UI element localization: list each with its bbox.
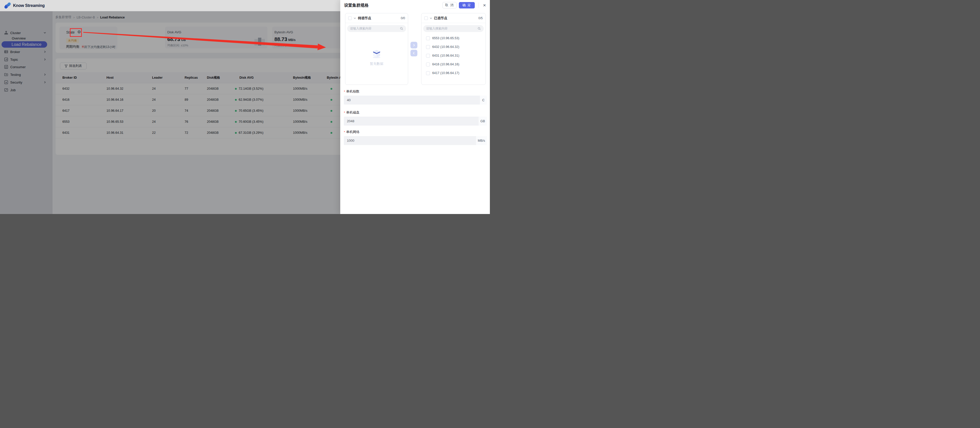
search-icon	[400, 27, 403, 30]
close-icon[interactable]: ✕	[481, 2, 488, 8]
node-label: 6417 (10.96.64.17)	[432, 71, 460, 75]
node-checkbox[interactable]	[426, 71, 430, 75]
header-dim-mask	[0, 0, 340, 11]
move-right-button[interactable]	[410, 42, 417, 48]
candidate-search-input[interactable]: 请输入搜索内容	[347, 25, 406, 32]
selected-nodes-title: 已选节点	[434, 16, 447, 21]
node-list-item[interactable]: 6417 (10.96.64.17)	[422, 69, 485, 77]
search-placeholder: 请输入搜索内容	[426, 26, 448, 31]
cancel-button[interactable]: 取 消	[442, 2, 457, 8]
input-suffix: GB	[479, 117, 487, 126]
chevron-down-icon[interactable]	[353, 17, 356, 19]
input-value: 1000	[344, 138, 354, 143]
field-label: * 单机磁盘	[344, 110, 487, 115]
node-label: 6432 (10.96.64.32)	[432, 45, 460, 49]
field-label: * 单机网络	[344, 130, 487, 134]
node-checkbox[interactable]	[426, 45, 430, 49]
network-input[interactable]: 1000 MB/s	[344, 136, 487, 145]
node-label: 6416 (10.96.64.16)	[432, 62, 460, 66]
field-label: * 单机核数	[344, 89, 487, 94]
disk-size-field-group: * 单机磁盘 2048 GB	[344, 110, 487, 126]
selected-nodes-header: 已选节点 0/5	[422, 13, 485, 23]
required-asterisk: *	[344, 111, 345, 115]
input-value: 2048	[344, 119, 354, 123]
node-list-item[interactable]: 6416 (10.96.64.16)	[422, 60, 485, 69]
empty-box-icon	[371, 49, 382, 59]
search-icon	[477, 27, 481, 30]
node-list-item[interactable]: 6432 (10.96.64.32)	[422, 43, 485, 51]
selected-nodes-panel: 已选节点 0/5 请输入搜索内容 6553 (10.96.65.53) 6432…	[421, 13, 486, 85]
candidate-nodes-header: 待选节点 0/0	[345, 13, 408, 23]
select-all-checkbox[interactable]	[348, 16, 352, 20]
node-list-item[interactable]: 6431 (10.96.64.31)	[422, 51, 485, 60]
node-label: 6553 (10.96.65.53)	[432, 37, 460, 40]
cpu-cores-input[interactable]: 40 C	[344, 95, 487, 105]
required-asterisk: *	[344, 130, 345, 134]
drawer-title: 设置集群规格	[344, 3, 369, 8]
move-left-button[interactable]	[410, 50, 417, 56]
empty-state-text: 暂无数据	[370, 62, 383, 66]
cpu-cores-field-group: * 单机核数 40 C	[344, 89, 487, 105]
confirm-button[interactable]: 确 定	[459, 2, 475, 8]
select-all-checkbox[interactable]	[424, 16, 428, 20]
node-label: 6431 (10.96.64.31)	[432, 54, 460, 57]
input-value: 40	[344, 98, 350, 102]
network-field-group: * 单机网络 1000 MB/s	[344, 130, 487, 145]
drawer-backdrop-mask[interactable]	[0, 11, 340, 214]
required-asterisk: *	[344, 90, 345, 94]
selected-nodes-count: 0/5	[478, 16, 483, 20]
input-suffix: C	[480, 95, 487, 105]
disk-size-input[interactable]: 2048 GB	[344, 117, 487, 126]
selected-nodes-list: 6553 (10.96.65.53) 6432 (10.96.64.32) 64…	[422, 32, 485, 77]
candidate-nodes-panel: 待选节点 0/0 请输入搜索内容 暂无数据	[345, 13, 408, 85]
node-checkbox[interactable]	[426, 37, 430, 40]
candidate-nodes-title: 待选节点	[358, 16, 371, 21]
input-suffix: MB/s	[476, 136, 487, 145]
node-checkbox[interactable]	[426, 54, 430, 58]
header-divider	[479, 3, 479, 8]
screen: Know Streaming Cluster Overview Load Reb…	[0, 0, 490, 214]
chevron-down-icon[interactable]	[430, 17, 432, 19]
node-list-item[interactable]: 6553 (10.96.65.53)	[422, 34, 485, 43]
cluster-spec-drawer: 设置集群规格 取 消 确 定 ✕ 待选节点 0/0 请输入搜索内容	[340, 0, 490, 214]
node-checkbox[interactable]	[426, 62, 430, 66]
selected-search-input[interactable]: 请输入搜索内容	[423, 25, 484, 32]
search-placeholder: 请输入搜索内容	[350, 26, 372, 31]
candidate-nodes-count: 0/0	[401, 16, 405, 20]
empty-state: 暂无数据	[345, 49, 408, 66]
